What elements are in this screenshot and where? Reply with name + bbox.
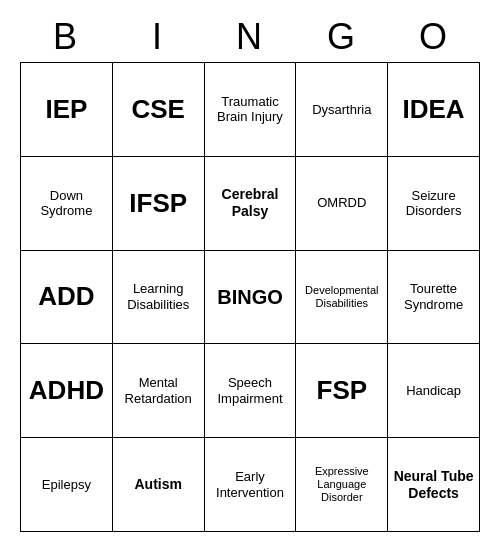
cell-r3-c4: Handicap bbox=[388, 344, 480, 438]
cell-r0-c3: Dysarthria bbox=[296, 63, 388, 157]
header-letter-I: I bbox=[112, 12, 204, 62]
header-letter-B: B bbox=[20, 12, 112, 62]
cell-r2-c3: Developmental Disabilities bbox=[296, 251, 388, 345]
cell-r2-c2: BINGO bbox=[205, 251, 297, 345]
header-letter-G: G bbox=[296, 12, 388, 62]
cell-r2-c0: ADD bbox=[21, 251, 113, 345]
header-letter-N: N bbox=[204, 12, 296, 62]
bingo-card: BINGO IEPCSETraumatic Brain InjuryDysart… bbox=[20, 12, 480, 532]
header-letter-O: O bbox=[388, 12, 480, 62]
cell-r2-c1: Learning Disabilities bbox=[113, 251, 205, 345]
cell-r1-c2: Cerebral Palsy bbox=[205, 157, 297, 251]
cell-r0-c0: IEP bbox=[21, 63, 113, 157]
cell-r3-c2: Speech Impairment bbox=[205, 344, 297, 438]
cell-r3-c3: FSP bbox=[296, 344, 388, 438]
cell-r1-c3: OMRDD bbox=[296, 157, 388, 251]
cell-r4-c4: Neural Tube Defects bbox=[388, 438, 480, 532]
cell-r3-c0: ADHD bbox=[21, 344, 113, 438]
cell-r4-c3: Expressive Language Disorder bbox=[296, 438, 388, 532]
cell-r1-c4: Seizure Disorders bbox=[388, 157, 480, 251]
cell-r1-c1: IFSP bbox=[113, 157, 205, 251]
cell-r0-c2: Traumatic Brain Injury bbox=[205, 63, 297, 157]
cell-r0-c1: CSE bbox=[113, 63, 205, 157]
cell-r4-c1: Autism bbox=[113, 438, 205, 532]
bingo-header: BINGO bbox=[20, 12, 480, 62]
cell-r4-c0: Epilepsy bbox=[21, 438, 113, 532]
bingo-grid: IEPCSETraumatic Brain InjuryDysarthriaID… bbox=[20, 62, 480, 532]
cell-r1-c0: Down Sydrome bbox=[21, 157, 113, 251]
cell-r4-c2: Early Intervention bbox=[205, 438, 297, 532]
cell-r3-c1: Mental Retardation bbox=[113, 344, 205, 438]
cell-r0-c4: IDEA bbox=[388, 63, 480, 157]
cell-r2-c4: Tourette Syndrome bbox=[388, 251, 480, 345]
